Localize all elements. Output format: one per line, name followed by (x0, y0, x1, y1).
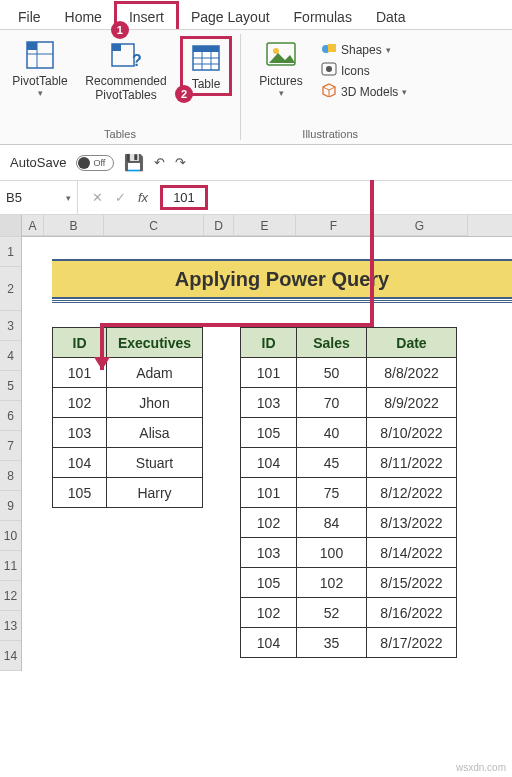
cell[interactable]: 101 (241, 478, 297, 508)
cell[interactable]: 8/8/2022 (367, 358, 457, 388)
col-header[interactable]: G (372, 215, 468, 236)
3d-models-button[interactable]: 3D Models ▾ (317, 82, 411, 101)
select-all-cell[interactable] (0, 215, 21, 237)
cell[interactable]: 52 (297, 598, 367, 628)
name-box[interactable]: B5 ▾ (0, 181, 78, 214)
save-button[interactable]: 💾 (124, 153, 144, 172)
row-header[interactable]: 11 (0, 551, 21, 581)
cell[interactable]: 8/13/2022 (367, 508, 457, 538)
cell[interactable]: 100 (297, 538, 367, 568)
tab-file[interactable]: File (6, 4, 53, 29)
cell[interactable]: 105 (53, 478, 107, 508)
tab-insert[interactable]: Insert 1 (114, 1, 179, 29)
enter-formula-icon[interactable]: ✓ (115, 190, 126, 205)
table-row[interactable]: 104Stuart (53, 448, 203, 478)
cell[interactable]: 103 (53, 418, 107, 448)
cell[interactable]: 101 (53, 358, 107, 388)
table-row[interactable]: 102528/16/2022 (241, 598, 457, 628)
cell[interactable]: 8/11/2022 (367, 448, 457, 478)
title-merged-cell[interactable]: Applying Power Query (52, 259, 512, 299)
row-header[interactable]: 1 (0, 237, 21, 267)
grid-area[interactable]: A B C D E F G Applying Power Query IDExe… (22, 215, 512, 671)
tab-data[interactable]: Data (364, 4, 418, 29)
table-row[interactable]: 105Harry (53, 478, 203, 508)
row-header[interactable]: 3 (0, 311, 21, 341)
row-header[interactable]: 10 (0, 521, 21, 551)
cell[interactable]: Alisa (107, 418, 203, 448)
table-executives[interactable]: IDExecutives 101Adam 102Jhon 103Alisa 10… (52, 327, 203, 508)
fx-icon[interactable]: fx (138, 190, 148, 205)
cell[interactable]: 45 (297, 448, 367, 478)
cancel-formula-icon[interactable]: ✕ (92, 190, 103, 205)
col-header[interactable]: E (234, 215, 296, 236)
col-header[interactable]: F (296, 215, 372, 236)
cell[interactable]: 50 (297, 358, 367, 388)
table-row[interactable]: 102848/13/2022 (241, 508, 457, 538)
table-row[interactable]: 104458/11/2022 (241, 448, 457, 478)
col-header[interactable]: A (22, 215, 44, 236)
row-header[interactable]: 13 (0, 611, 21, 641)
tab-pagelayout[interactable]: Page Layout (179, 4, 282, 29)
row-header[interactable]: 6 (0, 401, 21, 431)
cell[interactable]: 103 (241, 388, 297, 418)
undo-button[interactable]: ↶ (154, 155, 165, 170)
table-row[interactable]: 1051028/15/2022 (241, 568, 457, 598)
cell[interactable]: 104 (241, 628, 297, 658)
row-header[interactable]: 14 (0, 641, 21, 671)
autosave-toggle[interactable]: Off (76, 155, 114, 171)
cell[interactable]: 8/16/2022 (367, 598, 457, 628)
cell[interactable]: 40 (297, 418, 367, 448)
tab-home[interactable]: Home (53, 4, 114, 29)
row-header[interactable]: 7 (0, 431, 21, 461)
row-header[interactable]: 12 (0, 581, 21, 611)
col-header[interactable]: C (104, 215, 204, 236)
table-row[interactable]: 105408/10/2022 (241, 418, 457, 448)
cell[interactable]: 8/9/2022 (367, 388, 457, 418)
cell[interactable]: 102 (241, 508, 297, 538)
col-header[interactable]: D (204, 215, 234, 236)
cell[interactable]: 105 (241, 418, 297, 448)
row-header[interactable]: 9 (0, 491, 21, 521)
cell[interactable]: 105 (241, 568, 297, 598)
row-header[interactable]: 4 (0, 341, 21, 371)
cell[interactable]: 8/15/2022 (367, 568, 457, 598)
table-row[interactable]: 103708/9/2022 (241, 388, 457, 418)
table-row[interactable]: 101758/12/2022 (241, 478, 457, 508)
cell[interactable]: 8/12/2022 (367, 478, 457, 508)
table-row[interactable]: 101508/8/2022 (241, 358, 457, 388)
cell[interactable]: 35 (297, 628, 367, 658)
worksheet[interactable]: 1 2 3 4 5 6 7 8 9 10 11 12 13 14 A B C D… (0, 215, 512, 671)
shapes-button[interactable]: Shapes ▾ (317, 40, 395, 59)
cell[interactable]: 102 (241, 598, 297, 628)
cell[interactable]: 102 (297, 568, 367, 598)
cell[interactable]: Stuart (107, 448, 203, 478)
recommended-pivottables-button[interactable]: ? Recommended PivotTables (76, 36, 176, 104)
row-header[interactable]: 2 (0, 267, 21, 311)
table-row[interactable]: 103Alisa (53, 418, 203, 448)
cell[interactable]: 102 (53, 388, 107, 418)
icons-button[interactable]: Icons (317, 61, 374, 80)
cell[interactable]: 104 (53, 448, 107, 478)
col-header[interactable]: B (44, 215, 104, 236)
cell[interactable]: Harry (107, 478, 203, 508)
cell[interactable]: 103 (241, 538, 297, 568)
cell[interactable]: 8/17/2022 (367, 628, 457, 658)
table-row[interactable]: 1031008/14/2022 (241, 538, 457, 568)
table-row[interactable]: 101Adam (53, 358, 203, 388)
cell[interactable]: 8/10/2022 (367, 418, 457, 448)
cell[interactable]: 75 (297, 478, 367, 508)
table-row[interactable]: 102Jhon (53, 388, 203, 418)
table-sales[interactable]: IDSalesDate 101508/8/2022 103708/9/2022 … (240, 327, 457, 658)
redo-button[interactable]: ↷ (175, 155, 186, 170)
cell[interactable]: 101 (241, 358, 297, 388)
cell[interactable]: 70 (297, 388, 367, 418)
pivottable-button[interactable]: PivotTable ▾ (8, 36, 72, 100)
tab-formulas[interactable]: Formulas (282, 4, 364, 29)
cell[interactable]: Jhon (107, 388, 203, 418)
table-button[interactable]: Table 2 (180, 36, 232, 96)
row-header[interactable]: 5 (0, 371, 21, 401)
table-row[interactable]: 104358/17/2022 (241, 628, 457, 658)
cell[interactable]: Adam (107, 358, 203, 388)
cell[interactable]: 104 (241, 448, 297, 478)
pictures-button[interactable]: Pictures ▾ (249, 36, 313, 100)
